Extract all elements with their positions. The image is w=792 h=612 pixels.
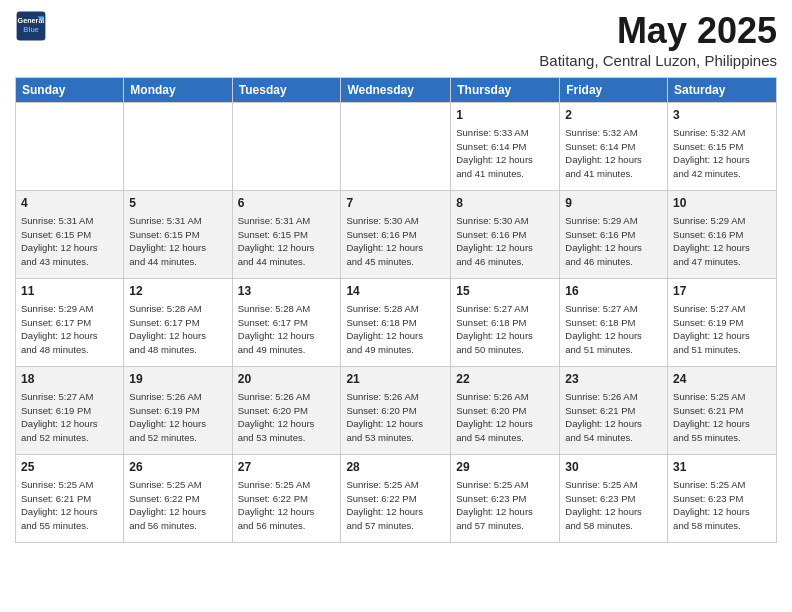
- day-number: 31: [673, 459, 771, 476]
- day-number: 28: [346, 459, 445, 476]
- day-number: 12: [129, 283, 226, 300]
- day-info: Sunrise: 5:25 AMSunset: 6:22 PMDaylight:…: [346, 478, 445, 533]
- calendar-cell: 11Sunrise: 5:29 AMSunset: 6:17 PMDayligh…: [16, 279, 124, 367]
- day-info: Sunrise: 5:26 AMSunset: 6:21 PMDaylight:…: [565, 390, 662, 445]
- day-number: 11: [21, 283, 118, 300]
- col-header-wednesday: Wednesday: [341, 78, 451, 103]
- day-number: 10: [673, 195, 771, 212]
- day-info: Sunrise: 5:30 AMSunset: 6:16 PMDaylight:…: [456, 214, 554, 269]
- day-info: Sunrise: 5:25 AMSunset: 6:21 PMDaylight:…: [21, 478, 118, 533]
- calendar-cell: 12Sunrise: 5:28 AMSunset: 6:17 PMDayligh…: [124, 279, 232, 367]
- calendar-table: SundayMondayTuesdayWednesdayThursdayFrid…: [15, 77, 777, 543]
- day-number: 7: [346, 195, 445, 212]
- day-number: 22: [456, 371, 554, 388]
- day-number: 17: [673, 283, 771, 300]
- calendar-cell: 16Sunrise: 5:27 AMSunset: 6:18 PMDayligh…: [560, 279, 668, 367]
- calendar-cell: [16, 103, 124, 191]
- col-header-friday: Friday: [560, 78, 668, 103]
- day-info: Sunrise: 5:29 AMSunset: 6:16 PMDaylight:…: [673, 214, 771, 269]
- day-info: Sunrise: 5:25 AMSunset: 6:22 PMDaylight:…: [238, 478, 336, 533]
- day-number: 3: [673, 107, 771, 124]
- day-number: 14: [346, 283, 445, 300]
- day-number: 4: [21, 195, 118, 212]
- day-number: 21: [346, 371, 445, 388]
- calendar-subtitle: Batitang, Central Luzon, Philippines: [539, 52, 777, 69]
- day-number: 6: [238, 195, 336, 212]
- page-header: General Blue May 2025 Batitang, Central …: [15, 10, 777, 69]
- day-number: 30: [565, 459, 662, 476]
- day-info: Sunrise: 5:26 AMSunset: 6:19 PMDaylight:…: [129, 390, 226, 445]
- day-info: Sunrise: 5:28 AMSunset: 6:17 PMDaylight:…: [129, 302, 226, 357]
- calendar-cell: 5Sunrise: 5:31 AMSunset: 6:15 PMDaylight…: [124, 191, 232, 279]
- calendar-cell: 6Sunrise: 5:31 AMSunset: 6:15 PMDaylight…: [232, 191, 341, 279]
- day-number: 5: [129, 195, 226, 212]
- col-header-sunday: Sunday: [16, 78, 124, 103]
- calendar-cell: 4Sunrise: 5:31 AMSunset: 6:15 PMDaylight…: [16, 191, 124, 279]
- day-info: Sunrise: 5:26 AMSunset: 6:20 PMDaylight:…: [456, 390, 554, 445]
- day-number: 8: [456, 195, 554, 212]
- calendar-cell: 27Sunrise: 5:25 AMSunset: 6:22 PMDayligh…: [232, 455, 341, 543]
- day-number: 18: [21, 371, 118, 388]
- calendar-week-row: 11Sunrise: 5:29 AMSunset: 6:17 PMDayligh…: [16, 279, 777, 367]
- day-info: Sunrise: 5:25 AMSunset: 6:23 PMDaylight:…: [673, 478, 771, 533]
- day-info: Sunrise: 5:25 AMSunset: 6:23 PMDaylight:…: [565, 478, 662, 533]
- day-info: Sunrise: 5:25 AMSunset: 6:21 PMDaylight:…: [673, 390, 771, 445]
- day-number: 15: [456, 283, 554, 300]
- calendar-cell: [124, 103, 232, 191]
- col-header-monday: Monday: [124, 78, 232, 103]
- day-info: Sunrise: 5:33 AMSunset: 6:14 PMDaylight:…: [456, 126, 554, 181]
- calendar-cell: 9Sunrise: 5:29 AMSunset: 6:16 PMDaylight…: [560, 191, 668, 279]
- calendar-week-row: 1Sunrise: 5:33 AMSunset: 6:14 PMDaylight…: [16, 103, 777, 191]
- day-number: 19: [129, 371, 226, 388]
- day-number: 23: [565, 371, 662, 388]
- calendar-cell: 18Sunrise: 5:27 AMSunset: 6:19 PMDayligh…: [16, 367, 124, 455]
- day-info: Sunrise: 5:27 AMSunset: 6:18 PMDaylight:…: [565, 302, 662, 357]
- calendar-cell: 3Sunrise: 5:32 AMSunset: 6:15 PMDaylight…: [668, 103, 777, 191]
- day-number: 16: [565, 283, 662, 300]
- day-info: Sunrise: 5:31 AMSunset: 6:15 PMDaylight:…: [238, 214, 336, 269]
- day-info: Sunrise: 5:26 AMSunset: 6:20 PMDaylight:…: [238, 390, 336, 445]
- day-info: Sunrise: 5:29 AMSunset: 6:17 PMDaylight:…: [21, 302, 118, 357]
- calendar-cell: 28Sunrise: 5:25 AMSunset: 6:22 PMDayligh…: [341, 455, 451, 543]
- day-info: Sunrise: 5:27 AMSunset: 6:19 PMDaylight:…: [673, 302, 771, 357]
- day-number: 9: [565, 195, 662, 212]
- calendar-title: May 2025: [539, 10, 777, 52]
- calendar-cell: [341, 103, 451, 191]
- day-number: 1: [456, 107, 554, 124]
- col-header-tuesday: Tuesday: [232, 78, 341, 103]
- col-header-saturday: Saturday: [668, 78, 777, 103]
- calendar-cell: 19Sunrise: 5:26 AMSunset: 6:19 PMDayligh…: [124, 367, 232, 455]
- calendar-cell: 7Sunrise: 5:30 AMSunset: 6:16 PMDaylight…: [341, 191, 451, 279]
- day-info: Sunrise: 5:32 AMSunset: 6:15 PMDaylight:…: [673, 126, 771, 181]
- calendar-cell: 2Sunrise: 5:32 AMSunset: 6:14 PMDaylight…: [560, 103, 668, 191]
- calendar-cell: 25Sunrise: 5:25 AMSunset: 6:21 PMDayligh…: [16, 455, 124, 543]
- calendar-cell: 14Sunrise: 5:28 AMSunset: 6:18 PMDayligh…: [341, 279, 451, 367]
- calendar-week-row: 18Sunrise: 5:27 AMSunset: 6:19 PMDayligh…: [16, 367, 777, 455]
- day-number: 25: [21, 459, 118, 476]
- logo: General Blue: [15, 10, 47, 42]
- calendar-cell: 26Sunrise: 5:25 AMSunset: 6:22 PMDayligh…: [124, 455, 232, 543]
- calendar-cell: 15Sunrise: 5:27 AMSunset: 6:18 PMDayligh…: [451, 279, 560, 367]
- day-info: Sunrise: 5:28 AMSunset: 6:18 PMDaylight:…: [346, 302, 445, 357]
- calendar-cell: 17Sunrise: 5:27 AMSunset: 6:19 PMDayligh…: [668, 279, 777, 367]
- day-info: Sunrise: 5:25 AMSunset: 6:23 PMDaylight:…: [456, 478, 554, 533]
- calendar-cell: 20Sunrise: 5:26 AMSunset: 6:20 PMDayligh…: [232, 367, 341, 455]
- calendar-week-row: 25Sunrise: 5:25 AMSunset: 6:21 PMDayligh…: [16, 455, 777, 543]
- calendar-cell: 21Sunrise: 5:26 AMSunset: 6:20 PMDayligh…: [341, 367, 451, 455]
- day-info: Sunrise: 5:29 AMSunset: 6:16 PMDaylight:…: [565, 214, 662, 269]
- day-number: 26: [129, 459, 226, 476]
- day-info: Sunrise: 5:32 AMSunset: 6:14 PMDaylight:…: [565, 126, 662, 181]
- calendar-cell: 24Sunrise: 5:25 AMSunset: 6:21 PMDayligh…: [668, 367, 777, 455]
- calendar-cell: 31Sunrise: 5:25 AMSunset: 6:23 PMDayligh…: [668, 455, 777, 543]
- day-number: 29: [456, 459, 554, 476]
- calendar-week-row: 4Sunrise: 5:31 AMSunset: 6:15 PMDaylight…: [16, 191, 777, 279]
- day-info: Sunrise: 5:31 AMSunset: 6:15 PMDaylight:…: [129, 214, 226, 269]
- day-info: Sunrise: 5:26 AMSunset: 6:20 PMDaylight:…: [346, 390, 445, 445]
- title-area: May 2025 Batitang, Central Luzon, Philip…: [539, 10, 777, 69]
- calendar-cell: 30Sunrise: 5:25 AMSunset: 6:23 PMDayligh…: [560, 455, 668, 543]
- calendar-cell: [232, 103, 341, 191]
- day-number: 24: [673, 371, 771, 388]
- col-header-thursday: Thursday: [451, 78, 560, 103]
- day-info: Sunrise: 5:28 AMSunset: 6:17 PMDaylight:…: [238, 302, 336, 357]
- calendar-cell: 8Sunrise: 5:30 AMSunset: 6:16 PMDaylight…: [451, 191, 560, 279]
